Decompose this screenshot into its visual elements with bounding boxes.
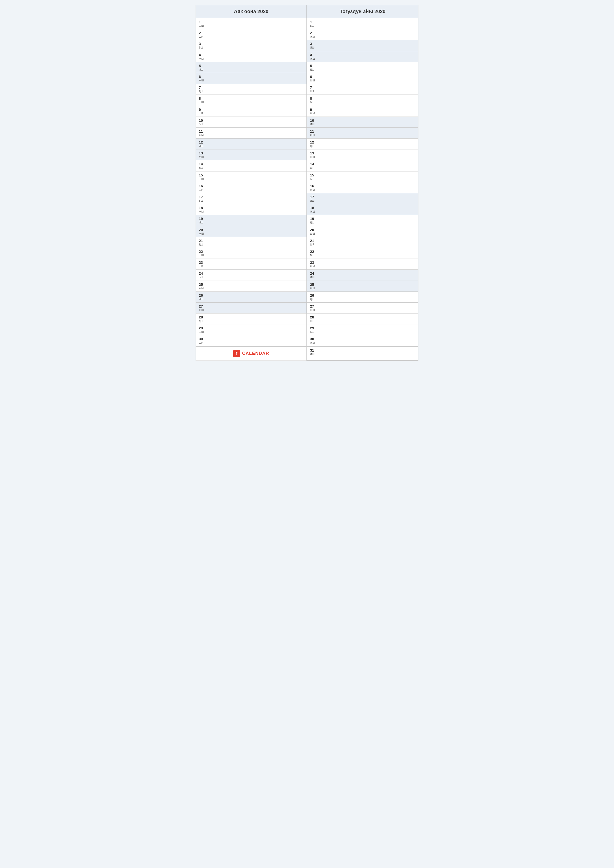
- right-day-cell: 30ЖМ: [307, 335, 418, 346]
- right-day-cell: 6ШШ: [307, 73, 418, 84]
- day-abbr: ЖШ: [310, 57, 415, 60]
- right-month-header: Тогуздун айы 2020: [307, 5, 418, 18]
- right-day-cell: 2ЖМ: [307, 29, 418, 40]
- left-month-title: Аяк оона 2020: [234, 9, 268, 14]
- logo-number: 7: [236, 352, 238, 356]
- left-day-cell: 5ИШ: [196, 62, 307, 73]
- day-number: 15: [199, 173, 303, 177]
- right-day-cell: 9ЖМ: [307, 106, 418, 117]
- left-day-cell: 9ШР: [196, 106, 307, 117]
- day-abbr: ШШ: [310, 155, 415, 159]
- day-abbr: БШ: [199, 199, 303, 202]
- day-abbr: БШ: [199, 123, 303, 126]
- right-day-cell: 19ДШ: [307, 215, 418, 226]
- day-abbr: ДШ: [199, 90, 303, 93]
- day-number: 17: [199, 195, 303, 199]
- day-abbr: БШ: [310, 101, 415, 104]
- day-number: 11: [199, 129, 303, 133]
- calendar-container: Аяк оона 2020 Тогуздун айы 2020 1ШШ1БШ2Ш…: [196, 5, 418, 361]
- day-abbr: ШР: [199, 188, 303, 192]
- day-number: 10: [310, 118, 415, 123]
- day-abbr: ШШ: [310, 308, 415, 312]
- left-day-cell: 1ШШ: [196, 18, 307, 29]
- day-number: 29: [199, 326, 303, 330]
- day-number: 2: [310, 31, 415, 35]
- left-day-cell: 17БШ: [196, 193, 307, 204]
- day-abbr: ЖШ: [199, 308, 303, 312]
- day-abbr: ЖШ: [310, 210, 415, 213]
- left-day-cell: 23ШР: [196, 259, 307, 270]
- day-number: 7: [310, 85, 415, 90]
- day-abbr: ЖШ: [199, 232, 303, 235]
- day-number: 21: [199, 239, 303, 243]
- day-abbr: ЖМ: [310, 265, 415, 268]
- day-abbr: ЖШ: [310, 133, 415, 137]
- left-day-cell: 19ИШ: [196, 215, 307, 226]
- day-number: 28: [199, 315, 303, 319]
- footer-day-abbr: ИШ: [310, 353, 415, 356]
- day-abbr: ЖМ: [310, 35, 415, 38]
- day-number: 17: [310, 195, 415, 199]
- day-abbr: БШ: [199, 276, 303, 279]
- calendar-body: 1ШШ1БШ2ШР2ЖМ3БШ3ИШ4ЖМ4ЖШ5ИШ5ДШ6ЖШ6ШШ7ДШ7…: [196, 18, 418, 346]
- footer-day-number: 31: [310, 348, 415, 353]
- day-number: 5: [199, 64, 303, 68]
- day-abbr: ИШ: [310, 199, 415, 202]
- left-day-cell: 3БШ: [196, 40, 307, 51]
- day-number: 20: [310, 228, 415, 232]
- day-number: 1: [199, 20, 303, 24]
- day-abbr: ДШ: [199, 319, 303, 322]
- right-day-cell: 14ШР: [307, 160, 418, 171]
- day-number: 19: [199, 217, 303, 221]
- left-day-cell: 2ШР: [196, 29, 307, 40]
- day-number: 13: [310, 151, 415, 155]
- day-abbr: ЖМ: [310, 341, 415, 344]
- logo-icon: 7: [233, 350, 240, 357]
- day-number: 18: [199, 206, 303, 210]
- calendar-footer: 7 CALENDAR 31 ИШ: [196, 346, 418, 361]
- day-number: 19: [310, 217, 415, 221]
- left-day-cell: 20ЖШ: [196, 226, 307, 237]
- day-number: 10: [199, 118, 303, 123]
- day-abbr: ИШ: [199, 298, 303, 301]
- day-number: 8: [310, 96, 415, 101]
- left-day-cell: 21ДШ: [196, 237, 307, 248]
- day-abbr: ЖМ: [310, 112, 415, 115]
- day-abbr: ДШ: [199, 243, 303, 246]
- day-abbr: ЖМ: [199, 57, 303, 60]
- right-day-cell: 27ШШ: [307, 302, 418, 313]
- day-abbr: ИШ: [310, 123, 415, 126]
- right-day-cell: 21ШР: [307, 237, 418, 248]
- left-day-cell: 30ШР: [196, 335, 307, 346]
- day-number: 25: [310, 282, 415, 287]
- day-number: 25: [199, 282, 303, 287]
- right-day-cell: 24ИШ: [307, 270, 418, 281]
- day-abbr: ШР: [199, 35, 303, 38]
- day-number: 16: [199, 184, 303, 188]
- left-day-cell: 18ЖМ: [196, 204, 307, 215]
- left-day-cell: 24БШ: [196, 270, 307, 281]
- day-number: 30: [199, 337, 303, 341]
- left-day-cell: 14ДШ: [196, 160, 307, 171]
- day-abbr: ШР: [199, 341, 303, 344]
- day-abbr: ЖШ: [310, 287, 415, 290]
- day-abbr: ШШ: [199, 177, 303, 181]
- day-abbr: ШШ: [310, 232, 415, 235]
- day-abbr: ЖМ: [199, 287, 303, 290]
- day-abbr: ИШ: [310, 276, 415, 279]
- day-number: 12: [310, 140, 415, 144]
- right-month-title: Тогуздун айы 2020: [340, 9, 385, 14]
- day-number: 22: [310, 250, 415, 254]
- left-day-cell: 7ДШ: [196, 84, 307, 95]
- day-abbr: ШШ: [199, 254, 303, 257]
- day-abbr: БШ: [310, 24, 415, 28]
- left-day-cell: 25ЖМ: [196, 281, 307, 292]
- day-abbr: ШР: [310, 166, 415, 169]
- logo-text: CALENDAR: [242, 351, 269, 356]
- day-abbr: ИШ: [199, 144, 303, 148]
- right-day-cell: 1БШ: [307, 18, 418, 29]
- day-number: 9: [199, 107, 303, 112]
- right-day-cell: 13ШШ: [307, 149, 418, 160]
- day-number: 5: [310, 64, 415, 68]
- day-number: 24: [310, 271, 415, 276]
